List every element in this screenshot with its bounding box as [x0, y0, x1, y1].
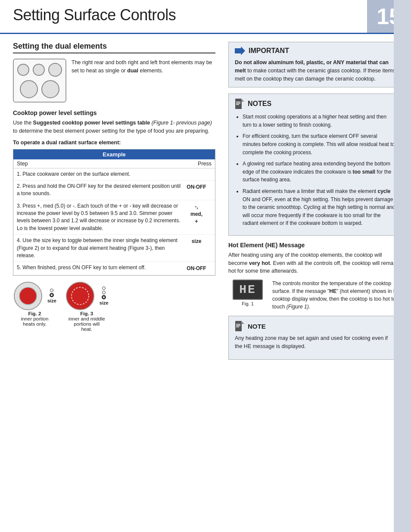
step-1-press	[181, 171, 212, 171]
example-table: Example Step Press 1. Place cookware cen…	[13, 149, 215, 276]
page-title-area: Setting Surface Controls	[0, 0, 367, 33]
svg-rect-12	[236, 327, 239, 327]
figure-ref-italic: (Figure 1- previous page)	[152, 120, 212, 126]
figure-2-item: size Fig. 2 inner portionheats only.	[13, 281, 56, 327]
important-header: IMPORTANT	[235, 47, 396, 55]
fig-3-size-label: size	[100, 300, 109, 305]
he-display: HE Fig. 1	[228, 280, 267, 306]
fig-3-desc: inner and middleportions willheat.	[68, 316, 105, 332]
svg-point-3	[72, 287, 89, 305]
fig-2-size-label: size	[47, 298, 56, 303]
table-row: 4. Use the size key to toggle between th…	[13, 235, 215, 262]
note-title: NOTE	[248, 323, 266, 330]
he-fig-label: Fig. 1	[228, 301, 267, 306]
important-text: Do not allow aluminum foil, plastic, or …	[235, 59, 396, 83]
list-item: Start most cooking operations at a highe…	[243, 113, 396, 129]
fig-2-indicators: size	[47, 289, 56, 303]
step-5-press: ON·OFF	[181, 264, 212, 272]
table-row: 3. Press +, med (5.0) or -. Each touch o…	[13, 200, 215, 235]
notes-doc-icon	[235, 98, 244, 109]
notes-list: Start most cooking operations at a highe…	[235, 113, 396, 227]
example-table-subheader: Step Press	[13, 159, 215, 168]
hot-element-section: Hot Element (HE) Message After heating u…	[228, 242, 402, 311]
fig-3-caption: Fig. 3	[65, 311, 109, 316]
main-content: Setting the dual elements The right rear…	[0, 42, 411, 368]
section-heading: Setting the dual elements	[13, 42, 215, 53]
note-header: NOTE	[235, 320, 396, 332]
fig-2-caption: Fig. 2	[13, 311, 56, 316]
burner-large-2	[41, 80, 59, 98]
svg-rect-7	[236, 104, 239, 105]
burner-medium-1	[48, 63, 62, 77]
cooktop-body-text: Use the Suggested cooktop power level se…	[13, 119, 215, 135]
important-rest-text: to make contact with the ceramic glass c…	[235, 68, 395, 82]
table-row: 1. Place cookware center on the surface …	[13, 168, 215, 180]
step-3-text: 3. Press +, med (5.0) or -. Each touch o…	[17, 202, 181, 233]
figure-3-item: size Fig. 3 inner and middleportions wil…	[65, 281, 109, 332]
svg-rect-4	[235, 99, 242, 109]
step-2-press: ON·OFF	[181, 183, 212, 191]
burner-diagram	[13, 59, 66, 103]
he-screen: HE	[233, 280, 263, 300]
left-column: Setting the dual elements The right rear…	[13, 42, 224, 360]
fig-3-dot-1	[102, 286, 106, 290]
important-arrow-icon	[235, 47, 245, 55]
burner-large-1	[20, 80, 38, 98]
he-display-row: HE Fig. 1 The controls monitor the tempe…	[228, 280, 402, 311]
cycle-bold: cycle	[377, 188, 390, 194]
fig-3-svg	[65, 281, 95, 311]
svg-point-1	[19, 287, 37, 305]
hot-element-heading: Hot Element (HE) Message	[228, 242, 402, 249]
svg-rect-5	[236, 102, 240, 103]
fig-2-dot-1	[50, 289, 53, 292]
burner-small-1	[17, 64, 29, 76]
fig-2-desc: inner portionheats only.	[21, 316, 48, 327]
col-step-header: Step	[17, 161, 181, 167]
notes-title: NOTES	[248, 100, 271, 108]
col-press-header: Press	[181, 161, 212, 167]
list-item: Radiant elements have a limiter that wil…	[243, 187, 396, 227]
svg-rect-10	[236, 324, 240, 325]
dual-intro-text: The right rear and both right and left f…	[72, 59, 215, 98]
notes-header: NOTES	[235, 98, 396, 109]
figure-1-italic: (Figure 1)	[286, 304, 309, 310]
fig-3-indicators: size	[100, 286, 109, 305]
important-box: IMPORTANT Do not allow aluminum foil, pl…	[228, 42, 402, 87]
fig-2-dot-2	[50, 293, 54, 297]
page-title: Setting Surface Controls	[13, 6, 176, 24]
svg-rect-11	[236, 325, 240, 326]
svg-marker-13	[241, 321, 244, 324]
fig-2-svg	[13, 281, 43, 311]
step-4-text: 4. Use the size key to toggle between th…	[17, 237, 181, 259]
notes-box: NOTES Start most cooking operations at a…	[228, 93, 402, 236]
step-4-press: size	[181, 237, 212, 245]
svg-rect-6	[236, 103, 240, 104]
step-5-text: 5. When finished, press ON OFF key to tu…	[17, 264, 181, 271]
dual-intro: The right rear and both right and left f…	[13, 59, 215, 103]
note-text: Any heating zone may be set again and us…	[235, 334, 396, 351]
very-hot-bold: very hot	[249, 260, 270, 266]
fig-2-diagram: size	[13, 281, 56, 311]
right-column: IMPORTANT Do not allow aluminum foil, pl…	[224, 42, 402, 360]
cooktop-subheading: Cooktop power level settings	[13, 109, 215, 116]
example-table-header: Example	[13, 149, 215, 159]
suggested-table-bold: Suggested cooktop power level settings t…	[33, 120, 150, 126]
step-3-press: -,med,+	[181, 202, 212, 226]
list-item: A glowing red surface heating area exten…	[243, 160, 396, 184]
fig-3-dot-3	[102, 295, 106, 299]
dual-bold: dual	[127, 68, 138, 74]
svg-rect-9	[235, 321, 242, 331]
step-2-text: 2. Press and hold the ON·OFF key for the…	[17, 183, 181, 198]
page-header: Setting Surface Controls 15	[0, 0, 411, 34]
list-item: For efficient cooking, turn the surface …	[243, 132, 396, 156]
fig-3-diagram: size	[65, 281, 109, 311]
he-description: The controls monitor the temperature of …	[272, 280, 402, 311]
note-box: NOTE Any heating zone may be set again a…	[228, 316, 402, 360]
too-small-bold: too small	[352, 169, 375, 175]
svg-marker-8	[241, 99, 244, 102]
table-row: 5. When finished, press ON OFF key to tu…	[13, 262, 215, 275]
burner-small-2	[33, 64, 45, 76]
operation-heading: To operate a dual radiant surface elemen…	[13, 140, 215, 146]
dual-intro-text-after: elements.	[138, 68, 163, 74]
fig-3-dot-2	[102, 291, 106, 294]
